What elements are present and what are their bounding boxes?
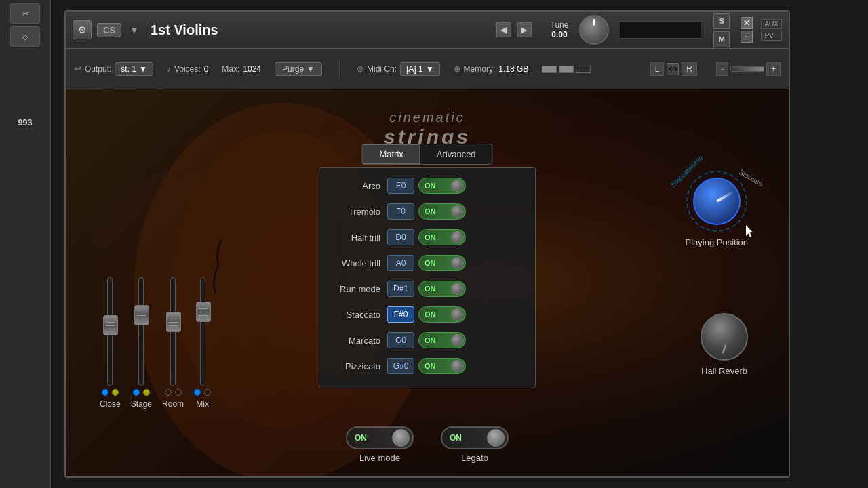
l-button[interactable]: L — [650, 62, 665, 76]
matrix-key-4[interactable]: D#1 — [387, 281, 414, 297]
toggle-circle-4 — [451, 283, 463, 295]
cursor-indicator — [743, 225, 754, 239]
dot1-0 — [102, 389, 108, 396]
minus-button[interactable]: - — [716, 62, 728, 76]
tab-matrix[interactable]: Matrix — [362, 144, 420, 164]
playing-position-knob[interactable]: Staccatissimo Staccato — [686, 171, 747, 232]
matrix-label-0: Arco — [326, 181, 387, 191]
legato-on-label: ON — [444, 433, 462, 443]
voices-label: Voices: — [174, 64, 201, 74]
prev-instrument-btn[interactable]: ◀ — [496, 22, 511, 37]
fader-dots-0 — [102, 389, 119, 396]
live-mode-circle — [392, 429, 410, 447]
tab-advanced[interactable]: Advanced — [420, 144, 492, 164]
playing-position-label: Playing Position — [686, 237, 749, 247]
matrix-label-1: Tremolo — [326, 207, 387, 217]
mem-bar-1 — [542, 66, 557, 73]
legato-section: ON Legato — [441, 426, 509, 463]
memory-value: 1.18 GB — [498, 64, 528, 74]
matrix-toggle-1[interactable]: ON — [418, 203, 466, 220]
tabs-container: Matrix Advanced — [361, 144, 492, 165]
toggle-text-2: ON — [425, 233, 436, 241]
fader-handle-0[interactable] — [103, 315, 118, 336]
fader-label-2: Room — [162, 399, 184, 409]
memory-label: Memory: — [464, 64, 496, 74]
fader-group-mix: Mix — [194, 277, 211, 409]
toggle-text-3: ON — [425, 259, 436, 267]
matrix-key-3[interactable]: A0 — [387, 255, 414, 271]
settings-icon[interactable]: ⚙ — [73, 20, 92, 39]
r-button[interactable]: R — [682, 62, 697, 76]
output-section: ↩ Output: st. 1 ▼ — [74, 62, 153, 76]
legato-button[interactable]: ON — [441, 426, 509, 449]
matrix-row-5: StaccatoF#0ON — [326, 304, 528, 325]
volume-slider[interactable] — [730, 66, 764, 72]
close-window-btn[interactable]: ✕ — [741, 17, 753, 29]
fader-lines-2 — [169, 319, 178, 326]
matrix-key-2[interactable]: D0 — [387, 229, 414, 245]
toggle-circle-5 — [451, 308, 463, 321]
matrix-row-4: Run modeD#1ON — [326, 278, 528, 300]
fader-track-0[interactable] — [107, 277, 113, 386]
s-button[interactable]: S — [713, 13, 730, 29]
fader-group-stage: Stage — [131, 277, 152, 409]
toggle-circle-3 — [451, 257, 463, 269]
matrix-toggle-6[interactable]: ON — [418, 332, 466, 348]
m-button[interactable]: M — [713, 31, 730, 47]
dot2-1 — [143, 389, 150, 396]
fader-dots-2 — [165, 389, 182, 396]
faders-section: Close Stage Room Mix — [100, 277, 351, 409]
instrument-name: 1st Violins — [147, 22, 491, 38]
matrix-row-7: PizzicatoG#0ON — [326, 355, 528, 377]
midi-icon: ⊙ — [357, 64, 363, 74]
toggle-text-0: ON — [425, 182, 436, 190]
fader-handle-2[interactable] — [166, 312, 181, 332]
matrix-row-2: Half trillD0ON — [326, 226, 528, 248]
midi-dropdown[interactable]: [A] 1 ▼ — [400, 62, 440, 76]
matrix-toggle-0[interactable]: ON — [418, 178, 466, 194]
live-mode-button[interactable]: ON — [346, 426, 414, 449]
purge-button[interactable]: Purge ▼ — [275, 62, 322, 76]
matrix-key-7[interactable]: G#0 — [387, 358, 414, 374]
matrix-key-1[interactable]: F0 — [387, 203, 414, 220]
fader-handle-1[interactable] — [134, 305, 149, 325]
pv-tag: PV — [761, 30, 782, 41]
midi-value: [A] 1 — [406, 64, 423, 74]
plus-button[interactable]: + — [766, 62, 781, 76]
dot2-0 — [112, 389, 119, 396]
memory-section: ⊕ Memory: 1.18 GB — [454, 64, 529, 74]
sidebar-tool-btn2[interactable]: ◇ — [10, 26, 40, 47]
matrix-key-0[interactable]: E0 — [387, 178, 414, 194]
dot2-3 — [204, 389, 211, 396]
sidebar-tool-btn[interactable]: ✂ — [10, 3, 40, 24]
fader-track-3[interactable] — [200, 277, 205, 386]
matrix-toggle-2[interactable]: ON — [418, 229, 466, 245]
toggle-circle-2 — [451, 231, 463, 243]
dot2-2 — [175, 389, 182, 396]
toggle-text-4: ON — [425, 285, 436, 293]
tune-knob[interactable] — [579, 15, 609, 45]
toggle-text-6: ON — [425, 336, 436, 344]
matrix-toggle-7[interactable]: ON — [418, 358, 466, 374]
fader-handle-3[interactable] — [196, 302, 211, 322]
minimize-btn[interactable]: − — [741, 30, 753, 43]
matrix-key-5[interactable]: F#0 — [387, 306, 414, 323]
fader-track-1[interactable] — [138, 277, 144, 386]
memory-icon: ⊕ — [454, 64, 460, 74]
output-dropdown[interactable]: st. 1 ▼ — [115, 62, 153, 76]
fader-track-2[interactable] — [170, 277, 176, 386]
matrix-toggle-3[interactable]: ON — [418, 255, 466, 271]
matrix-panel: ArcoE0ONTremoloF0ONHalf trillD0ONWhole t… — [319, 167, 536, 388]
lr-controls: L ⇔ R — [650, 62, 697, 76]
matrix-key-6[interactable]: G0 — [387, 332, 414, 348]
matrix-toggle-4[interactable]: ON — [418, 281, 466, 297]
hall-reverb-knob[interactable] — [701, 313, 748, 361]
lr-icon[interactable]: ⇔ — [667, 63, 679, 75]
pp-inner-knob[interactable] — [693, 178, 741, 225]
toggle-text-7: ON — [425, 362, 436, 370]
max-value: 1024 — [243, 64, 261, 74]
next-instrument-btn[interactable]: ▶ — [517, 22, 532, 37]
pp-needle — [716, 190, 734, 202]
aux-pv-group: AUX PV — [761, 19, 782, 41]
matrix-toggle-5[interactable]: ON — [418, 306, 466, 323]
